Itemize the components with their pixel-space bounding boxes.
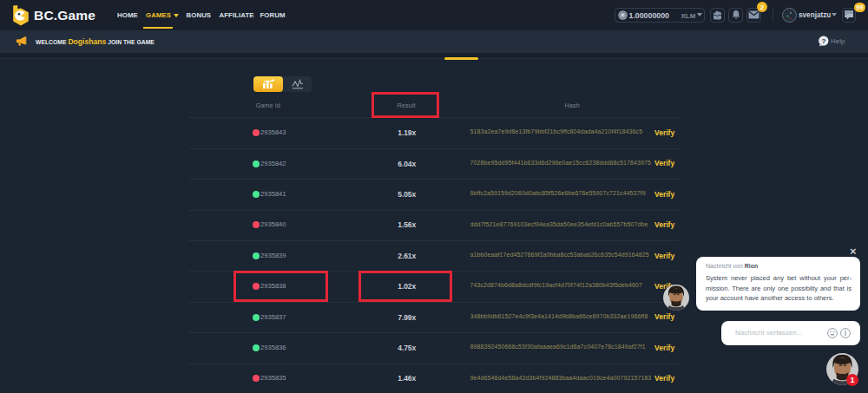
svg-text:?: ? [822,36,826,44]
